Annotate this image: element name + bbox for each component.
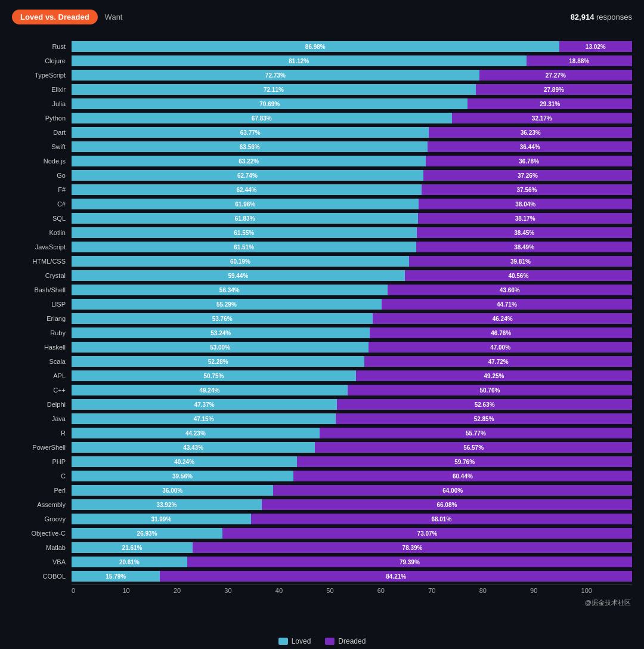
bar-area: 53.76%46.24% [72, 313, 632, 324]
chart-row: Kotlin61.55%38.45% [12, 226, 632, 239]
bar-loved: 44.23% [72, 428, 320, 438]
row-label: TypeScript [12, 72, 72, 79]
chart-row: Node.js63.22%36.78% [12, 154, 632, 168]
x-tick: 90 [530, 587, 581, 594]
bar-loved: 47.37% [72, 399, 337, 410]
chart-row: APL50.75%49.25% [12, 369, 632, 382]
bar-loved: 43.43% [72, 442, 315, 453]
chart-row: R44.23%55.77% [12, 427, 632, 440]
row-label: C [12, 472, 72, 480]
bar-loved: 49.24% [72, 385, 348, 395]
chart-row: Bash/Shell56.34%43.66% [12, 283, 632, 296]
row-label: Rust [12, 43, 72, 50]
bar-area: 20.61%79.39% [72, 557, 632, 567]
bar-area: 47.15%52.85% [72, 413, 632, 424]
chart-row: Perl36.00%64.00% [12, 484, 632, 497]
bar-area: 81.12%18.88% [72, 55, 632, 66]
bar-loved: 62.74% [72, 170, 423, 181]
bar-loved: 60.19% [72, 256, 409, 267]
x-tick: 0 [72, 587, 122, 594]
bar-area: 53.24%46.76% [72, 327, 632, 338]
chart-row: Elixir72.11%27.89% [12, 83, 632, 96]
row-label: Swift [12, 143, 72, 150]
row-label: APL [12, 372, 72, 379]
row-label: Perl [12, 487, 72, 494]
bar-dreaded: 50.76% [348, 385, 632, 395]
bar-dreaded: 84.21% [160, 571, 632, 582]
chart-row: Matlab21.61%78.39% [12, 541, 632, 554]
bar-area: 33.92%66.08% [72, 499, 632, 510]
bar-loved: 72.73% [72, 70, 479, 81]
bar-area: 70.69%29.31% [72, 98, 632, 109]
row-label: Node.js [12, 157, 72, 165]
bar-dreaded: 60.44% [293, 471, 632, 481]
bar-loved: 53.00% [72, 342, 369, 353]
row-label: Objective-C [12, 530, 72, 537]
bar-area: 63.77%36.23% [72, 127, 632, 138]
bar-loved: 47.15% [72, 413, 336, 424]
bar-dreaded: 37.26% [423, 170, 632, 181]
legend-loved-label: Loved [292, 637, 311, 645]
bar-area: 62.44%37.56% [72, 184, 632, 195]
row-label: Erlang [12, 315, 72, 322]
bar-loved: 26.93% [72, 528, 222, 539]
chart-row: Groovy31.99%68.01% [12, 512, 632, 526]
chart-row: Swift63.56%36.44% [12, 140, 632, 153]
row-label: C++ [12, 387, 72, 394]
bar-dreaded: 43.66% [388, 285, 632, 295]
bar-dreaded: 47.00% [369, 342, 632, 353]
bar-dreaded: 38.17% [418, 213, 632, 224]
bar-area: 31.99%68.01% [72, 514, 632, 524]
chart-row: Julia70.69%29.31% [12, 97, 632, 110]
bar-area: 56.34%43.66% [72, 285, 632, 295]
bar-loved: 52.28% [72, 356, 364, 367]
loved-dreaded-button[interactable]: Loved vs. Dreaded [12, 10, 98, 24]
bar-dreaded: 18.88% [527, 55, 632, 66]
bar-area: 52.28%47.72% [72, 356, 632, 367]
bar-loved: 50.75% [72, 370, 356, 381]
bar-area: 15.79%84.21% [72, 571, 632, 582]
chart-row: C#61.96%38.04% [12, 197, 632, 211]
chart-row: PowerShell43.43%56.57% [12, 441, 632, 454]
bar-area: 60.19%39.81% [72, 256, 632, 267]
bar-loved: 39.56% [72, 471, 293, 481]
bar-loved: 67.83% [72, 113, 452, 123]
bar-loved: 55.29% [72, 299, 382, 310]
bar-area: 86.98%13.02% [72, 41, 632, 52]
bar-dreaded: 52.85% [336, 413, 632, 424]
chart-row: Assembly33.92%66.08% [12, 498, 632, 511]
watermark: @掘金技术社区 [585, 598, 631, 607]
bar-loved: 62.44% [72, 184, 422, 195]
bar-dreaded: 46.76% [370, 327, 632, 338]
bar-dreaded: 66.08% [262, 499, 632, 510]
responses-count: 82,914 responses [571, 13, 632, 21]
chart-row: COBOL15.79%84.21% [12, 570, 632, 583]
row-label: Dart [12, 129, 72, 136]
bar-area: 53.00%47.00% [72, 342, 632, 353]
bar-area: 63.56%36.44% [72, 141, 632, 152]
bar-area: 59.44%40.56% [72, 270, 632, 281]
row-label: PHP [12, 458, 72, 465]
row-label: Haskell [12, 344, 72, 351]
bar-loved: 63.22% [72, 156, 426, 166]
row-label: C# [12, 200, 72, 208]
row-label: Clojure [12, 57, 72, 64]
bar-dreaded: 79.39% [187, 557, 632, 567]
bar-area: 72.11%27.89% [72, 84, 632, 95]
legend-dreaded-label: Dreaded [338, 637, 366, 645]
bar-loved: 56.34% [72, 285, 388, 295]
want-button[interactable]: Want [105, 13, 123, 21]
chart-row: TypeScript72.73%27.27% [12, 69, 632, 82]
row-label: Kotlin [12, 229, 72, 236]
x-tick: 50 [326, 587, 377, 594]
bar-area: 61.83%38.17% [72, 213, 632, 224]
bar-dreaded: 27.89% [476, 84, 632, 95]
x-tick: 70 [428, 587, 479, 594]
row-label: Assembly [12, 501, 72, 508]
chart-row: Haskell53.00%47.00% [12, 341, 632, 354]
bar-loved: 70.69% [72, 98, 467, 109]
bar-area: 36.00%64.00% [72, 485, 632, 496]
bar-loved: 36.00% [72, 485, 273, 496]
bar-area: 55.29%44.71% [72, 299, 632, 310]
row-label: Go [12, 172, 72, 179]
